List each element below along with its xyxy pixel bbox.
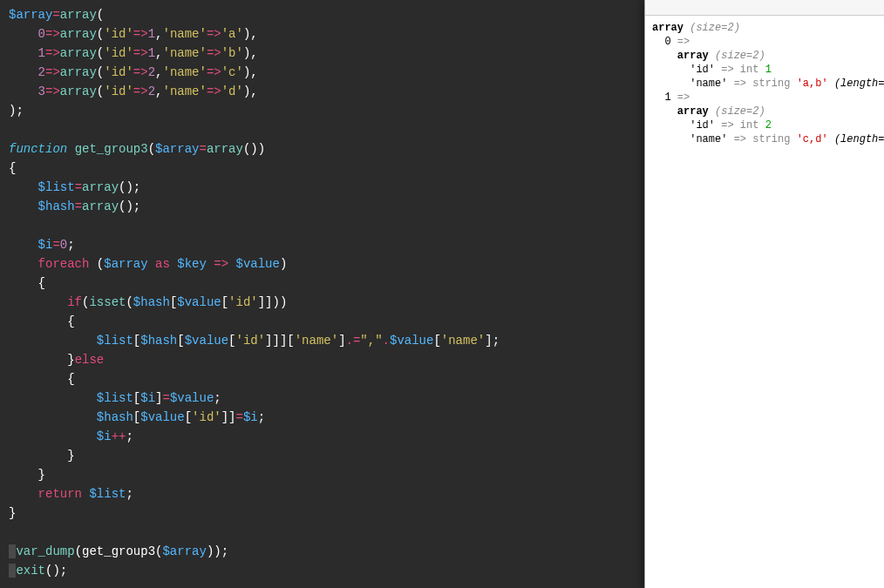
- code-line: $hash=array();: [9, 199, 140, 213]
- code-line: $hash[$value['id']]=$i;: [9, 410, 265, 424]
- code-line: $list[$hash[$value['id']]]['name'].=",".…: [9, 334, 500, 348]
- code-line: {: [9, 161, 16, 175]
- output-toolbar: [645, 0, 884, 16]
- code-line: $list=array();: [9, 180, 140, 194]
- code-line: function get_group3($array=array()): [9, 142, 265, 156]
- code-line: $list[$i]=$value;: [9, 391, 221, 405]
- code-line: {: [9, 276, 45, 290]
- code-line: {: [9, 372, 75, 386]
- code-line: 3=>array('id'=>2,'name'=>'d'),: [9, 84, 258, 98]
- code-line: var_dump(get_group3($array));: [9, 544, 228, 558]
- code-line: );: [9, 104, 24, 118]
- code-line: foreach ($array as $key => $value): [9, 257, 287, 271]
- code-line: }: [9, 468, 45, 482]
- code-line: $array=array(: [9, 8, 104, 22]
- code-line: {: [9, 314, 75, 328]
- output-panel: array (size=2) 0 => array (size=2) 'id' …: [644, 0, 884, 588]
- code-line: $i=0;: [9, 238, 75, 252]
- code-line: if(isset($hash[$value['id']])): [9, 295, 287, 309]
- code-line: 2=>array('id'=>2,'name'=>'c'),: [9, 65, 258, 79]
- code-line: $i++;: [9, 429, 133, 443]
- code-line: return $list;: [9, 487, 133, 501]
- code-line: }: [9, 506, 16, 520]
- code-line: }: [9, 449, 75, 463]
- var-dump-output: array (size=2) 0 => array (size=2) 'id' …: [645, 16, 884, 152]
- code-editor[interactable]: $array=array( 0=>array('id'=>1,'name'=>'…: [0, 0, 644, 588]
- code-line: }else: [9, 353, 104, 367]
- code-line: 1=>array('id'=>1,'name'=>'b'),: [9, 46, 258, 60]
- code-line: 0=>array('id'=>1,'name'=>'a'),: [9, 27, 258, 41]
- code-line: exit();: [9, 564, 67, 578]
